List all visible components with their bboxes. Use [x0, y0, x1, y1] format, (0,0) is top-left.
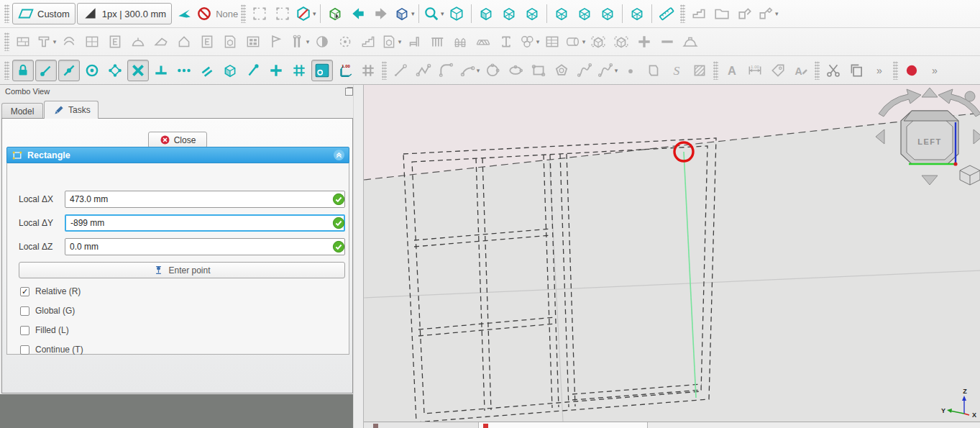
- view-back-button[interactable]: [347, 3, 369, 24]
- tab-model[interactable]: Model: [1, 103, 43, 119]
- global-checkbox[interactable]: Global (G): [20, 305, 75, 317]
- working-plane-dims-button[interactable]: 1.00: [334, 60, 356, 81]
- cut-button[interactable]: [823, 60, 844, 81]
- autogroup-button[interactable]: None: [196, 3, 238, 24]
- working-plane-button[interactable]: Custom: [12, 3, 75, 24]
- draft-bezier-button: ▾: [597, 60, 618, 81]
- document-tab-2[interactable]: [479, 422, 648, 428]
- snap-midpoint-icon: [61, 63, 77, 78]
- draft-circle-button: [482, 60, 503, 81]
- tab-tasks[interactable]: Tasks: [44, 101, 99, 119]
- toolbar-drag-handle[interactable]: [4, 4, 9, 23]
- fence-icon: [452, 34, 468, 50]
- view-forward-button[interactable]: [370, 3, 392, 24]
- grid-settings-button[interactable]: [357, 60, 379, 81]
- toolbar-overflow-2-button[interactable]: »: [924, 60, 945, 81]
- toolbar-drag-handle[interactable]: [4, 32, 9, 51]
- component-remove-icon: [659, 34, 675, 50]
- view-isometric-button[interactable]: [446, 3, 467, 24]
- zoom-tools-button[interactable]: ▾: [423, 3, 444, 24]
- view-right-button[interactable]: [521, 3, 543, 24]
- snap-special-button[interactable]: [104, 60, 126, 81]
- relative-checkbox[interactable]: ✓ Relative (R): [20, 286, 81, 297]
- 3d-canvas[interactable]: LEFT Z Y X: [364, 85, 980, 422]
- material-icon: [519, 34, 535, 50]
- toolbar-drag-handle[interactable]: [241, 4, 246, 23]
- snap-center-button[interactable]: [81, 60, 103, 81]
- toolbar-overflow-icon: »: [871, 63, 887, 78]
- snap-angle-button[interactable]: [242, 60, 264, 81]
- snap-working-plane-button[interactable]: [219, 60, 241, 81]
- toolbar-drag-handle[interactable]: [893, 61, 898, 80]
- wall-button: [12, 31, 34, 53]
- checkbox-box[interactable]: [20, 345, 29, 355]
- pipes-icon: [289, 34, 305, 50]
- apply-style-button[interactable]: [173, 3, 195, 24]
- navcube-face-label[interactable]: LEFT: [917, 137, 942, 146]
- collapse-section-icon[interactable]: [334, 150, 344, 160]
- dropdown-arrow-icon: ▾: [775, 10, 779, 17]
- window-button: [104, 31, 126, 53]
- view-top-button[interactable]: [498, 3, 520, 24]
- toolbar-drag-handle[interactable]: [815, 61, 820, 80]
- rectangle-task-header[interactable]: Rectangle: [6, 147, 349, 163]
- float-panel-icon[interactable]: [345, 88, 353, 96]
- panel-splitter[interactable]: [353, 85, 363, 428]
- working-plane-label: Custom: [37, 9, 70, 19]
- snap-grid-button[interactable]: [288, 60, 310, 81]
- copy-icon: [848, 63, 864, 78]
- toolbar-drag-handle[interactable]: [713, 61, 718, 80]
- filled-checkbox[interactable]: Filled (L): [20, 324, 69, 336]
- wall-icon: [15, 34, 31, 50]
- local-dx-input[interactable]: [65, 191, 345, 208]
- document-tab-1[interactable]: [364, 422, 479, 428]
- view-front-button[interactable]: [475, 3, 497, 24]
- continue-checkbox[interactable]: Continue (T): [20, 344, 83, 355]
- toolbar-row-3: 1.00▾▾SA1.00A»»: [0, 56, 980, 85]
- checkbox-box[interactable]: ✓: [20, 287, 29, 296]
- box-selection-button[interactable]: [272, 3, 293, 24]
- draft-dimension-icon: 1.00: [747, 63, 763, 78]
- snap-extension-button[interactable]: [173, 60, 195, 81]
- ifc-document-button: [219, 31, 241, 53]
- 3d-viewport[interactable]: LEFT Z Y X: [363, 85, 980, 428]
- view-left-button[interactable]: [597, 3, 618, 24]
- section-plane-icon: [314, 34, 330, 50]
- create-part-icon: [691, 6, 707, 22]
- measure-button[interactable]: [656, 3, 677, 24]
- local-dz-input[interactable]: [65, 238, 345, 255]
- checkbox-box[interactable]: [20, 306, 29, 316]
- snap-midpoint-button[interactable]: [58, 60, 80, 81]
- record-macro-button[interactable]: [901, 60, 922, 81]
- line-style-button[interactable]: 1px | 300.0 mm: [77, 3, 172, 24]
- snap-lock-button[interactable]: [12, 60, 34, 81]
- copy-button[interactable]: [846, 60, 867, 81]
- snap-parallel-button[interactable]: [196, 60, 218, 81]
- snap-endpoint-button[interactable]: [35, 60, 57, 81]
- toolbar-drag-handle[interactable]: [680, 4, 685, 23]
- box-element-selection-button[interactable]: [249, 3, 270, 24]
- enter-point-button[interactable]: Enter point: [19, 262, 345, 278]
- close-task-button[interactable]: Close: [148, 132, 207, 148]
- snap-intersection-button[interactable]: [127, 60, 149, 81]
- toggle-clipping-button[interactable]: ▾: [295, 3, 316, 24]
- draft-shapestring-button: S: [666, 60, 687, 81]
- toolbar-drag-handle[interactable]: [382, 61, 387, 80]
- toolbar-overflow-button[interactable]: »: [869, 60, 890, 81]
- rotate-view-button[interactable]: ▾: [393, 3, 415, 24]
- draft-facebinder-icon: [646, 63, 661, 78]
- view-rear-button[interactable]: [551, 3, 572, 24]
- snap-lock-icon: [15, 63, 31, 78]
- toggle-grid-button[interactable]: [311, 60, 333, 81]
- snap-ortho-button[interactable]: [265, 60, 287, 81]
- component-add-icon: [636, 34, 652, 50]
- checkbox-box[interactable]: [20, 326, 29, 335]
- view-axonometric-button[interactable]: [626, 3, 648, 24]
- snap-perpendicular-button[interactable]: [150, 60, 172, 81]
- local-dy-input[interactable]: [65, 214, 345, 232]
- fit-selection-button[interactable]: [324, 3, 346, 24]
- nav-sphere-icon[interactable]: [965, 91, 975, 101]
- toolbar-drag-handle[interactable]: [4, 61, 9, 80]
- snap-grid-icon: [291, 63, 307, 78]
- view-bottom-button[interactable]: [574, 3, 595, 24]
